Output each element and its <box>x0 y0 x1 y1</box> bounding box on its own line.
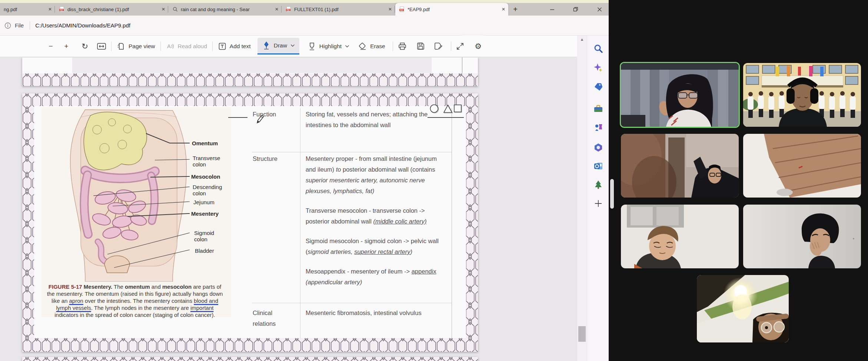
read-aloud-button[interactable]: A Read aloud <box>166 42 207 51</box>
tab-1[interactable]: ng.pdf ✕ <box>0 3 55 16</box>
fullscreen-button[interactable] <box>456 43 464 50</box>
draw-button[interactable]: Draw <box>257 38 299 54</box>
settings-button[interactable]: ⚙ <box>472 42 485 51</box>
pdf-page-previous <box>22 57 478 86</box>
pdf-scrollbar[interactable]: ▲ <box>577 36 587 361</box>
tab-label: ng.pdf <box>4 7 46 12</box>
fit-width-icon <box>97 43 106 50</box>
toolbar-separator <box>111 42 112 51</box>
table-row-label: Structure <box>253 153 296 164</box>
zoom-in-button[interactable]: + <box>60 42 73 50</box>
video-tile-participant-3[interactable] <box>621 134 739 198</box>
video-tile-participant-1[interactable] <box>620 62 740 128</box>
video-call-panel <box>609 0 868 361</box>
previous-page-content <box>72 57 432 73</box>
video-tile-participant-7[interactable] <box>697 275 789 342</box>
url-text[interactable]: C:/Users/ADMIN/Downloads/EAP9.pdf <box>35 22 130 29</box>
shopping-tag-icon <box>593 82 603 92</box>
participant-3-video <box>621 134 739 198</box>
close-icon <box>597 7 602 12</box>
video-tile-participant-4[interactable] <box>743 134 861 198</box>
fit-to-width-button[interactable] <box>97 43 106 50</box>
video-tile-participant-2[interactable] <box>743 63 861 127</box>
tab-4[interactable]: PDF FULLTEXT01 (1).pdf ✕ <box>282 3 395 16</box>
draw-label: Draw <box>274 42 287 49</box>
video-tile-participant-5[interactable] <box>621 205 739 268</box>
sidebar-search-button[interactable] <box>593 43 603 53</box>
table-column-divider <box>300 108 300 338</box>
sidebar-copilot-button[interactable] <box>593 63 603 73</box>
games-icon <box>593 123 603 132</box>
erase-label: Erase <box>370 43 385 50</box>
table-row-label: Clinical relations <box>253 308 288 329</box>
new-tab-button[interactable]: + <box>510 4 521 15</box>
tab-close-icon[interactable]: ✕ <box>273 7 279 12</box>
ink-line-annotation <box>428 117 464 118</box>
add-icon <box>594 199 603 208</box>
pdf-toolbar: − + ↻ Page view A Read aloud <box>0 36 587 57</box>
tab-label: rain cat and dog meaning - Sear <box>181 7 273 12</box>
zoom-out-button[interactable]: − <box>44 42 57 50</box>
erase-button[interactable]: Erase <box>358 42 385 51</box>
tab-close-icon[interactable]: ✕ <box>159 7 165 12</box>
participant-5-video <box>621 205 739 268</box>
scroll-up-icon[interactable]: ▲ <box>577 37 587 42</box>
page-view-button[interactable]: Page view <box>117 42 155 51</box>
file-menu[interactable]: File <box>15 22 24 29</box>
add-text-button[interactable]: Add text <box>218 42 251 51</box>
save-button[interactable] <box>417 42 425 50</box>
tab-2[interactable]: PDF diss_brack_christiane (1).pdf ✕ <box>55 3 168 16</box>
figure-label: Mesocolon <box>191 173 220 180</box>
close-window-button[interactable] <box>591 3 608 16</box>
sidebar-shopping-button[interactable] <box>593 82 603 92</box>
figure-label: Bladder <box>195 248 214 254</box>
figure-label: Jejunum <box>193 199 214 205</box>
tab-separator <box>168 6 168 13</box>
tab-label: *EAP9.pdf <box>408 7 499 12</box>
shape-annotations[interactable] <box>429 102 462 115</box>
figure-label: Transverse colon <box>193 155 225 168</box>
figure-block: Omentum Transverse colon Mesocolon Desce… <box>41 107 231 317</box>
window-top-strip <box>0 0 609 3</box>
save-as-button[interactable] <box>434 42 443 50</box>
pdf-scrollbar-thumb[interactable] <box>578 326 586 342</box>
sidebar-tree-button[interactable] <box>593 179 603 189</box>
print-button[interactable] <box>398 42 406 50</box>
microsoft365-icon <box>593 143 603 152</box>
restore-button[interactable] <box>567 3 584 16</box>
chevron-down-icon <box>345 45 349 48</box>
rotate-button[interactable]: ↻ <box>79 42 91 51</box>
sidebar-toolbox-button[interactable] <box>593 103 603 113</box>
sidebar-add-button[interactable] <box>593 198 603 208</box>
table-cell: Mesenteric fibromatosis, intestinal volv… <box>306 308 440 318</box>
draw-pen-icon <box>262 41 271 50</box>
tab-close-icon[interactable]: ✕ <box>386 7 392 12</box>
sidebar-games-button[interactable] <box>593 122 603 132</box>
pencil-cursor <box>253 113 266 126</box>
screen: ng.pdf ✕ PDF diss_brack_christiane (1).p… <box>0 0 868 361</box>
browser-window: ng.pdf ✕ PDF diss_brack_christiane (1).p… <box>0 0 609 361</box>
add-text-label: Add text <box>230 43 251 50</box>
toolbox-icon <box>593 104 603 113</box>
add-text-icon <box>218 42 227 51</box>
highlight-button[interactable]: Highlight <box>307 42 349 51</box>
sidebar-outlook-button[interactable] <box>593 161 603 171</box>
tab-3[interactable]: rain cat and dog meaning - Sear ✕ <box>169 3 282 16</box>
circle-shape <box>430 105 438 113</box>
info-icon[interactable] <box>4 22 11 29</box>
save-as-icon <box>434 42 443 50</box>
pdf-viewer: Omentum Transverse colon Mesocolon Desce… <box>0 57 577 361</box>
tab-5-active[interactable]: PDF *EAP9.pdf ✕ <box>395 3 508 16</box>
page-view-label: Page view <box>129 43 155 50</box>
video-panel-scrollbar-thumb[interactable] <box>610 179 614 209</box>
triangle-shape <box>444 105 452 113</box>
tab-separator <box>395 6 395 13</box>
sidebar-microsoft365-button[interactable] <box>593 142 603 152</box>
video-tile-participant-6[interactable] <box>743 205 861 268</box>
minimize-button[interactable] <box>543 3 561 16</box>
tab-close-icon[interactable]: ✕ <box>499 7 505 12</box>
previous-page-rule <box>462 57 462 73</box>
table-cell: Storing fat, vessels and nerves; attachi… <box>306 109 440 130</box>
tab-close-icon[interactable]: ✕ <box>46 7 52 12</box>
square-shape <box>454 105 461 112</box>
